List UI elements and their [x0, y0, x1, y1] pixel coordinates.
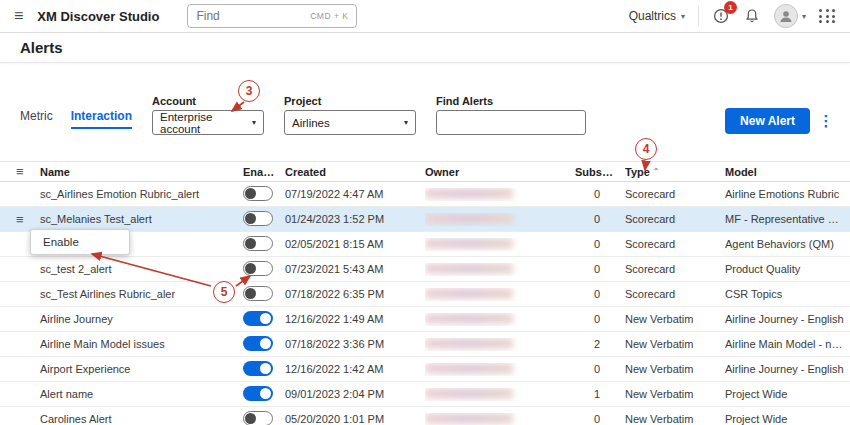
owner-redacted	[425, 363, 513, 374]
subscriptions-cell: 2	[575, 338, 625, 350]
alert-name[interactable]: Airline Main Model issues	[40, 338, 243, 350]
enabled-toggle[interactable]	[243, 361, 273, 376]
subscriptions-cell: 0	[575, 363, 625, 375]
page-title: Alerts	[20, 39, 63, 56]
filter-bar: Metric Interaction Account Enterprise ac…	[0, 63, 850, 135]
new-alert-button[interactable]: New Alert	[725, 108, 810, 134]
find-alerts-input[interactable]	[436, 110, 586, 135]
annotation-step-3: 3	[238, 80, 260, 102]
alert-name[interactable]: Alert name	[40, 388, 243, 400]
model-cell: Product Quality	[725, 263, 850, 275]
model-cell: Airline Journey - English	[725, 313, 850, 325]
alert-name[interactable]: Airport Experience	[40, 363, 243, 375]
alert-name[interactable]: sc_Melanies Test_alert	[40, 213, 243, 225]
owner-redacted	[425, 338, 513, 349]
annotation-step-4: 4	[635, 138, 657, 160]
enabled-toggle[interactable]	[243, 286, 273, 301]
table-row[interactable]: ≡ sc_test 2_alert 07/23/2021 5:43 AM 0 S…	[0, 257, 850, 282]
created-cell: 07/19/2022 4:47 AM	[285, 188, 425, 200]
table-row[interactable]: ≡ sc_Test Airlines Rubric_aler 07/18/202…	[0, 282, 850, 307]
subscriptions-cell: 0	[575, 213, 625, 225]
global-search-input[interactable]	[196, 9, 310, 23]
col-enabled[interactable]: Enabled	[243, 166, 285, 178]
find-alerts-filter: Find Alerts	[436, 95, 586, 135]
created-cell: 01/24/2023 1:52 PM	[285, 213, 425, 225]
chevron-down-icon: ▾	[404, 118, 408, 127]
owner-redacted	[425, 263, 513, 274]
type-cell: Scorecard	[625, 263, 725, 275]
owner-cell	[425, 288, 575, 301]
enabled-toggle[interactable]	[243, 186, 273, 201]
alerts-table: ≡ Name Enabled Created Owner Subscrip...…	[0, 161, 850, 425]
context-menu-item-enable[interactable]: Enable	[31, 230, 129, 254]
alert-name[interactable]: sc_Airlines Emotion Rubric_alert	[40, 188, 243, 200]
table-row[interactable]: ≡ Alert name 09/01/2023 2:04 PM 1 New Ve…	[0, 382, 850, 407]
account-value: Enterprise account	[160, 111, 252, 135]
col-type[interactable]: Type⌃	[625, 166, 725, 178]
notifications-button[interactable]	[743, 7, 761, 25]
table-row[interactable]: ≡ Carolines Alert 05/20/2020 1:01 PM 0 N…	[0, 407, 850, 425]
col-subscriptions[interactable]: Subscrip...	[575, 166, 625, 178]
type-cell: Scorecard	[625, 238, 725, 250]
alert-name[interactable]: Airline Journey	[40, 313, 243, 325]
created-cell: 12/16/2022 1:49 AM	[285, 313, 425, 325]
drag-handle-icon[interactable]: ≡	[16, 213, 40, 226]
account-select[interactable]: Enterprise account ▾	[152, 110, 264, 135]
type-cell: New Verbatim	[625, 413, 725, 425]
tab-interaction[interactable]: Interaction	[71, 109, 132, 129]
alerts-status-button[interactable]: 1	[712, 7, 730, 25]
type-cell: Scorecard	[625, 213, 725, 225]
created-cell: 07/18/2022 6:35 PM	[285, 288, 425, 300]
notification-badge: 1	[724, 1, 737, 14]
alert-name[interactable]: sc_test 2_alert	[40, 263, 243, 275]
divider	[698, 6, 699, 26]
subscriptions-cell: 0	[575, 238, 625, 250]
type-cell: Scorecard	[625, 188, 725, 200]
context-menu: Enable	[30, 229, 130, 255]
enabled-toggle[interactable]	[243, 236, 273, 251]
find-alerts-label: Find Alerts	[436, 95, 586, 107]
annotation-step-5: 5	[213, 281, 235, 303]
subscriptions-cell: 0	[575, 413, 625, 425]
enabled-toggle[interactable]	[243, 211, 273, 226]
owner-redacted	[425, 288, 513, 299]
tab-metric[interactable]: Metric	[20, 109, 53, 129]
subscriptions-cell: 0	[575, 188, 625, 200]
col-name[interactable]: Name	[40, 166, 243, 178]
table-row[interactable]: ≡ Airline Main Model issues 07/18/2022 3…	[0, 332, 850, 357]
user-menu[interactable]: ▾	[774, 4, 806, 28]
col-owner[interactable]: Owner	[425, 166, 575, 178]
subscriptions-cell: 0	[575, 313, 625, 325]
drag-handle-icon: ≡	[16, 165, 40, 178]
project-select[interactable]: Airlines ▾	[284, 110, 416, 135]
model-cell: Project Wide	[725, 388, 850, 400]
enabled-toggle[interactable]	[243, 261, 273, 276]
table-row[interactable]: ≡ Airline Journey 12/16/2022 1:49 AM 0 N…	[0, 307, 850, 332]
table-row[interactable]: ≡ Airport Experience 12/16/2022 1:42 AM …	[0, 357, 850, 382]
topbar-right: Qualtrics ▾ 1	[629, 4, 836, 28]
app-grid-icon[interactable]	[819, 9, 836, 23]
brand-dropdown[interactable]: Qualtrics ▾	[629, 9, 685, 23]
enabled-toggle[interactable]	[243, 336, 273, 351]
type-cell: New Verbatim	[625, 313, 725, 325]
menu-icon[interactable]: ≡	[14, 8, 23, 24]
table-body: ≡ sc_Airlines Emotion Rubric_alert 07/19…	[0, 182, 850, 425]
more-options-icon[interactable]: ⋮	[818, 112, 834, 130]
enabled-toggle[interactable]	[243, 386, 273, 401]
alert-name[interactable]: Carolines Alert	[40, 413, 243, 425]
type-cell: Scorecard	[625, 288, 725, 300]
search-shortcut-hint: CMD + K	[310, 11, 348, 21]
global-search[interactable]: CMD + K	[187, 4, 357, 28]
enabled-toggle[interactable]	[243, 411, 273, 425]
owner-redacted	[425, 238, 513, 249]
model-cell: Airline Emotions Rubric	[725, 188, 850, 200]
col-created[interactable]: Created	[285, 166, 425, 178]
enabled-toggle[interactable]	[243, 311, 273, 326]
col-model[interactable]: Model	[725, 166, 850, 178]
table-row[interactable]: ≡ sc_Airlines Emotion Rubric_alert 07/19…	[0, 182, 850, 207]
owner-cell	[425, 238, 575, 251]
type-cell: New Verbatim	[625, 363, 725, 375]
created-cell: 07/18/2022 3:36 PM	[285, 338, 425, 350]
model-cell: Airline Journey - English	[725, 363, 850, 375]
type-cell: New Verbatim	[625, 388, 725, 400]
